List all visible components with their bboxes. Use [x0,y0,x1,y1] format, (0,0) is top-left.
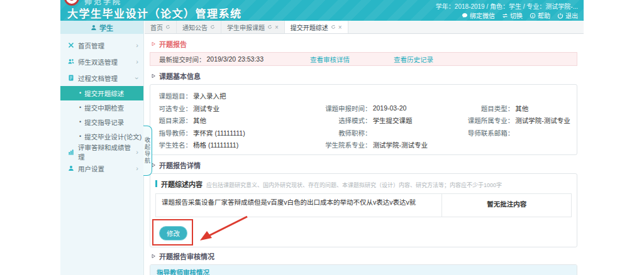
sidebar-subitem-label: 提交开题综述 [84,89,124,98]
collapse-nav-label: 收起导航 [143,137,152,164]
refresh-icon [331,24,336,30]
field-value: 其他 [193,116,206,125]
tab-topic-apply[interactable]: 学生申报课题 × [221,21,285,33]
annotation-empty-text: 暂无批注内容 [442,194,571,217]
tab-home[interactable]: 首页 [145,21,177,33]
annotation-rect [152,219,193,245]
submit-banner: 最新提交时间： 2019/3/20 23:53:33 查看审核详情 查看历史记录 [150,52,577,66]
field-label: 课题所属专业： [457,116,514,125]
sidebar-item-home[interactable]: 首页管理 › [60,37,143,53]
view-review-detail-link[interactable]: 查看审核详情 [310,55,350,64]
section-report-detail[interactable]: 开题报告详情 [151,160,577,170]
chevron-down-icon: › [134,77,141,79]
user-icon [91,24,97,31]
bind-wechat-label: 绑定微信 [470,11,495,20]
section-review-status[interactable]: 开题报告审核情况 [151,251,577,261]
field-label: 教师职称： [313,128,372,138]
field-label: 可选专业： [150,104,192,113]
sidebar-subitem-label: 提交指导记录 [84,117,124,127]
bullet-icon: • [79,105,81,111]
section-opening-report[interactable]: 开题报告 [151,39,577,49]
sidebar-role-header: 学生 [60,21,143,34]
tab-label: 学生申报课题 [227,23,265,32]
section-basic-info[interactable]: 课题基本信息 [151,71,577,81]
document-icon [68,75,74,81]
sidebar-item-label: 过程文档管理 [78,73,118,83]
sidebar-subitem-label: 提交中期检查 [84,103,124,112]
section-title: 开题报告审核情况 [159,251,214,261]
basic-info-panel: 课题题目：录入录入把 可选专业：测试专业 课题申报时间：2019-03-20 题… [150,84,577,155]
refresh-icon [165,24,170,30]
tab-label: 通知公告 [182,23,208,32]
sidebar-item-docs[interactable]: 过程文档管理 › [60,70,143,86]
triangle-right-icon [151,41,156,46]
sidebar-subitem-thesis[interactable]: • 提交毕业设计(论文) [60,129,143,144]
field-value: 录入录入把 [193,91,226,100]
session-meta: 学年：2018-2019 / 角色：学生 / 专业：测试学院-... [436,1,578,11]
triangle-right-icon [151,73,156,78]
tab-label: 提交开题综述 [291,23,328,32]
field-value: 测试专业 [193,104,219,113]
sidebar-item-review[interactable]: 评审答辩和成绩管理 › [60,144,143,160]
sidebar-item-user-settings[interactable]: 用户设置 › [60,160,143,176]
proposal-content-text: 课题报告采集设备厂家答辩成绩但是v百度v白色的出口成本的举动不仅从v表达v表达v… [156,194,442,217]
sidebar-item-label: 师生双选管理 [78,57,118,67]
app-title: 大学生毕业设计（论文）管理系统 [67,5,242,21]
field-accent-bar [155,180,157,187]
sidebar: 学生 首页管理 › 师生双选管理 › 过程文档管理 › • 提交开题综述 [60,21,144,275]
section-title: 课题基本信息 [159,71,201,81]
switch-role-label: 切换 [510,11,523,20]
annotation-arrow-icon [196,213,253,247]
chart-icon [68,149,74,155]
field-value: 2019-03-20 [373,104,407,112]
review-panel: 指导教师审核情况 审核状态 等待审核 [150,264,577,275]
logout-label: 退出 [565,11,578,20]
content-field-hint: 应包括课题研究意义、国内外研究现状、存在的问题、本课题拟研究（设计）内容、研究方… [206,181,502,189]
help-label: 帮助 [538,11,550,20]
content-field-label: 开题综述内容 [161,179,203,189]
collapse-nav-handle[interactable]: 收起导航 [143,126,152,176]
field-value: 测试学院-测试专业 [515,116,570,125]
field-value: 其他 [515,104,528,113]
tools-icon [68,42,74,48]
sidebar-role-label: 学生 [99,23,113,33]
report-detail-panel: 开题综述内容 应包括课题研究意义、国内外研究现状、存在的问题、本课题拟研究（设计… [150,173,577,247]
field-label: 课题申报时间： [313,104,372,113]
field-value: 李怀宾 (11111111) [193,128,245,138]
bind-wechat-button[interactable]: 绑定微信 [462,11,495,20]
tab-label: 首页 [150,23,163,32]
teacher-review-banner: 指导教师审核情况 [150,265,577,275]
sidebar-subitem-label: 提交毕业设计(论文) [84,132,142,141]
triangle-right-icon [151,254,156,259]
app-header: 师范学院 大学生毕业设计（论文）管理系统 学年：2018-2019 / 角色：学… [60,0,584,21]
field-label: 学生姓名： [150,140,192,149]
help-button[interactable]: 帮助 [530,11,550,20]
chevron-right-icon: › [136,42,138,49]
user-icon [68,165,74,171]
close-icon[interactable]: × [338,24,342,31]
refresh-icon [267,24,272,30]
sidebar-item-selection[interactable]: 师生双选管理 › [60,53,143,70]
sidebar-subitem-proposal[interactable]: • 提交开题综述 [60,86,143,100]
tab-proposal[interactable]: 提交开题综述 × [285,21,348,33]
logout-button[interactable]: 退出 [557,11,578,20]
sidebar-subitem-guidance[interactable]: • 提交指导记录 [60,115,143,129]
field-label: 题目类型： [457,104,514,113]
people-icon [68,58,74,65]
header-actions: 绑定微信 切换 帮助 退出 [462,11,578,20]
bullet-icon: • [79,90,81,96]
submit-time-value: 2019/3/20 23:53:33 [207,55,264,63]
view-history-link[interactable]: 查看历史记录 [394,55,433,64]
sidebar-item-label: 用户设置 [78,164,104,173]
field-label: 题目来源： [150,116,192,125]
chevron-right-icon: › [136,165,138,172]
help-icon [530,13,536,19]
close-icon[interactable]: × [275,24,279,31]
tab-notices[interactable]: 通知公告 [177,21,221,33]
switch-role-button[interactable]: 切换 [502,11,523,20]
sidebar-subitem-midterm[interactable]: • 提交中期检查 [60,100,143,115]
section-title: 开题报告详情 [159,160,201,170]
field-label: 课题题目： [150,91,192,100]
power-icon [557,13,564,19]
main-area: 首页 通知公告 学生申报课题 × 提交开题综述 × 开题报告 [145,21,584,275]
